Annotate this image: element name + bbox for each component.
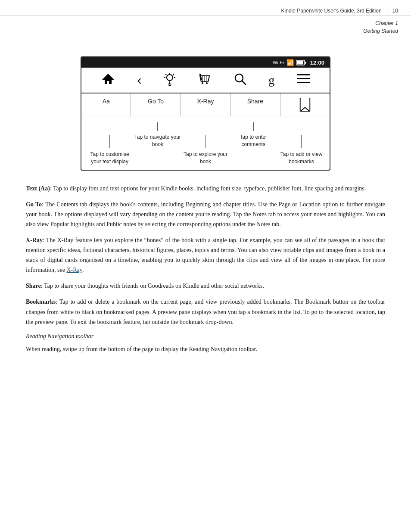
goto-label: Go To — [26, 201, 42, 208]
text-aa-paragraph: Text (Aa): Tap to display font and text … — [26, 184, 385, 193]
tab-bar: Aa Go To X-Ray Share — [81, 93, 330, 116]
share-tab[interactable]: Share — [230, 93, 280, 116]
share-annotation-text: Tap to enter comments — [230, 134, 277, 148]
bookmark-annotation-col: Tap to add or view bookmarks — [277, 122, 325, 165]
xray-annotation-col: Tap to explore your book — [181, 122, 229, 165]
chapter-line1: Chapter 1 — [13, 19, 398, 27]
share-line — [253, 122, 254, 131]
wifi-label: Wi-Fi — [273, 60, 284, 65]
battery-icon — [296, 60, 306, 65]
share-annotation-col: Tap to enter comments — [230, 122, 277, 165]
svg-line-9 — [165, 74, 167, 75]
back-icon[interactable]: ‹ — [137, 73, 142, 87]
wifi-icon: 📶 — [286, 59, 294, 66]
xray-tab-label: X-Ray — [197, 98, 214, 105]
svg-marker-24 — [300, 108, 310, 112]
goto-tab[interactable]: Go To — [131, 93, 181, 116]
bookmark-line — [301, 135, 302, 148]
bookmark-annotation-text: Tap to add or view bookmarks — [277, 151, 325, 165]
bookmark-icon — [299, 98, 311, 112]
share-paragraph: Share: Tap to share your thoughts with f… — [26, 281, 385, 291]
menu-icon[interactable] — [297, 74, 310, 86]
goto-tab-label: Go To — [148, 98, 164, 105]
svg-rect-1 — [297, 61, 303, 64]
svg-point-4 — [167, 75, 173, 81]
text-aa-label: Text (Aa) — [26, 185, 50, 192]
header-page-number: 10 — [387, 8, 398, 14]
status-bar: Wi-Fi 📶 12:00 — [81, 57, 330, 68]
search-icon[interactable] — [234, 72, 246, 88]
svg-rect-21 — [297, 78, 310, 79]
text-tab[interactable]: Aa — [81, 93, 131, 116]
text-tab-label: Aa — [103, 98, 110, 105]
store-icon[interactable] — [198, 72, 211, 88]
xray-tab[interactable]: X-Ray — [181, 93, 230, 116]
bookmark-tab[interactable] — [280, 93, 330, 116]
svg-rect-20 — [297, 74, 310, 75]
page: Kindle Paperwhite User's Guide, 3rd Edit… — [0, 0, 411, 532]
svg-rect-2 — [305, 62, 306, 64]
main-content: Wi-Fi 📶 12:00 — [0, 35, 411, 373]
xray-link[interactable]: X-Ray — [66, 267, 82, 273]
header-title: Kindle Paperwhite User's Guide, 3rd Edit… — [281, 8, 382, 14]
goto-paragraph: Go To: The Contents tab displays the boo… — [26, 199, 385, 229]
annotation-area: Tap to customise your text display Tap t… — [81, 116, 330, 170]
bookmarks-paragraph: Bookmarks: Tap to add or delete a bookma… — [26, 297, 385, 327]
goto-line — [157, 122, 158, 131]
goto-annotation-text: Tap to navigate your book — [134, 134, 181, 148]
chapter-line2: Getting Started — [13, 27, 398, 35]
xray-annotation-text: Tap to explore your book — [181, 151, 229, 165]
aa-annotation-col: Tap to customise your text display — [86, 122, 134, 165]
goodreads-icon[interactable]: g — [268, 73, 274, 87]
svg-line-10 — [173, 74, 174, 75]
xray-label: X-Ray — [26, 237, 43, 243]
share-label: Share — [26, 283, 41, 289]
svg-rect-23 — [300, 98, 310, 112]
bookmarks-label: Bookmarks — [26, 299, 56, 305]
italic-heading: Reading Navigation toolbar — [26, 333, 385, 340]
goto-annotation-col: Tap to navigate your book — [134, 122, 181, 165]
svg-point-14 — [206, 82, 208, 84]
aa-annotation-text: Tap to customise your text display — [86, 151, 134, 165]
kindle-mockup: Wi-Fi 📶 12:00 — [81, 56, 330, 171]
xray-paragraph: X-Ray: The X-Ray feature lets you explor… — [26, 235, 385, 275]
share-tab-label: Share — [247, 98, 263, 105]
page-header: Kindle Paperwhite User's Guide, 3rd Edit… — [0, 0, 411, 16]
chapter-header: Chapter 1 Getting Started — [0, 16, 411, 35]
svg-point-13 — [202, 82, 203, 84]
xray-line — [206, 135, 206, 148]
svg-rect-22 — [297, 82, 310, 83]
light-icon[interactable] — [164, 72, 176, 88]
svg-marker-3 — [102, 74, 114, 84]
svg-line-19 — [242, 81, 246, 84]
last-paragraph: When reading, swipe up from the bottom o… — [26, 344, 385, 354]
battery-svg — [296, 60, 306, 65]
home-icon[interactable] — [101, 73, 115, 88]
svg-rect-6 — [168, 84, 171, 84]
svg-rect-7 — [168, 85, 171, 86]
icon-toolbar: ‹ — [81, 68, 330, 93]
clock-display: 12:00 — [310, 59, 324, 66]
aa-line — [109, 135, 110, 148]
